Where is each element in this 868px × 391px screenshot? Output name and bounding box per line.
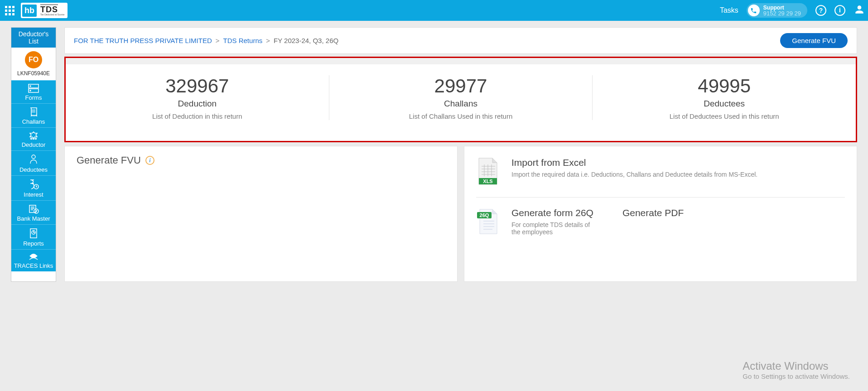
stat-value: 329967 — [66, 75, 329, 97]
form-26q-file-icon: 26Q — [476, 208, 501, 237]
apps-menu-icon[interactable] — [3, 4, 16, 17]
sidebar: Deductor's List FO LKNF05940E Forms Chal… — [11, 27, 56, 282]
tasks-link[interactable]: Tasks — [720, 6, 738, 14]
breadcrumb-section[interactable]: TDS Returns — [223, 37, 263, 44]
svg-point-7 — [32, 155, 35, 159]
stat-subtitle: List of Deduction in this return — [66, 112, 329, 120]
deductor-tan: LKNF05940E — [12, 70, 55, 77]
windows-activation-watermark: Activate Windows Go to Settings to activ… — [743, 360, 850, 380]
sidebar-item-label: Challans — [22, 118, 45, 125]
svg-point-3 — [30, 90, 31, 91]
svg-point-6 — [35, 138, 37, 140]
tds-tagline: Tax Deducted at Source — [40, 13, 64, 16]
generate-form-title: Generate form 26Q — [511, 208, 593, 218]
svg-text:26Q: 26Q — [480, 212, 489, 218]
sidebar-item-forms[interactable]: Forms — [11, 80, 56, 103]
svg-rect-9 — [29, 205, 36, 212]
stat-subtitle: List of Challans Used in this return — [329, 112, 593, 120]
current-deductor[interactable]: FO LKNF05940E — [11, 48, 56, 80]
import-title: Import from Excel — [511, 157, 757, 168]
breadcrumb-current: FY 2023-24, Q3, 26Q — [274, 37, 338, 44]
stat-value: 29977 — [329, 75, 593, 97]
sidebar-item-label: TRACES Links — [14, 262, 53, 269]
help-icon[interactable]: ? — [815, 5, 826, 16]
sidebar-item-reports[interactable]: Reports — [11, 224, 56, 249]
panel-title: Generate FVU — [77, 154, 141, 166]
hb-logo: hb — [22, 5, 37, 17]
sidebar-item-label: Deductor — [22, 141, 46, 148]
sidebar-item-deductor[interactable]: Deductor — [11, 127, 56, 150]
stat-title: Deduction — [66, 99, 329, 109]
sidebar-item-interest[interactable]: Interest — [11, 175, 56, 200]
sidebar-item-label: Forms — [25, 94, 42, 101]
stat-deductees[interactable]: 49995 Deductees List of Deductees Used i… — [592, 75, 856, 120]
breadcrumb-separator: > — [266, 37, 270, 44]
svg-point-4 — [31, 138, 32, 140]
stat-title: Challans — [329, 99, 593, 109]
tds-logo-block: TDS Tax Deducted at Source — [39, 5, 66, 16]
sidebar-item-traces-links[interactable]: TRACES Links — [11, 249, 56, 271]
xls-file-icon: XLS — [476, 157, 501, 187]
stat-subtitle: List of Deductees Used in this return — [593, 112, 856, 120]
generate-fvu-panel: Generate FVU i — [64, 146, 458, 282]
generate-pdf[interactable]: Generate PDF — [622, 208, 684, 218]
sidebar-item-bank-master[interactable]: Bank Master — [11, 200, 56, 224]
sidebar-item-label: Interest — [24, 191, 43, 198]
sidebar-item-label: Reports — [23, 240, 44, 247]
support-pill[interactable]: Support 9152 29 29 29 — [747, 3, 807, 18]
stat-challans[interactable]: 29977 Challans List of Challans Used in … — [329, 75, 593, 120]
svg-rect-11 — [30, 229, 37, 238]
sidebar-header[interactable]: Deductor's List — [11, 28, 56, 48]
import-from-excel[interactable]: XLS Import from Excel Import the require… — [476, 154, 845, 198]
top-right: Tasks Support 9152 29 29 29 ? i — [720, 3, 865, 18]
top-bar: hb TDS Tax Deducted at Source Tasks Supp… — [0, 0, 868, 21]
import-generate-panel: XLS Import from Excel Import the require… — [464, 146, 857, 282]
phone-icon — [748, 5, 760, 16]
app-logo[interactable]: hb TDS Tax Deducted at Source — [21, 3, 68, 18]
stats-row: 329967 Deduction List of Deduction in th… — [66, 64, 856, 141]
breadcrumb-row: FOR THE TRUTH PRESS PRIVATE LIMITED > TD… — [64, 27, 857, 54]
sidebar-item-label: Deductees — [19, 166, 48, 173]
svg-point-2 — [30, 86, 31, 87]
stat-value: 49995 — [593, 75, 856, 97]
breadcrumb-company[interactable]: FOR THE TRUTH PRESS PRIVATE LIMITED — [74, 37, 212, 44]
info-icon[interactable]: i — [145, 156, 154, 165]
stat-deduction[interactable]: 329967 Deduction List of Deduction in th… — [66, 75, 329, 120]
stat-title: Deductees — [593, 99, 856, 109]
support-label: Support — [763, 5, 801, 10]
sidebar-item-label: Bank Master — [17, 215, 50, 222]
generate-fvu-button[interactable]: Generate FVU — [780, 33, 848, 48]
sidebar-item-deductees[interactable]: Deductees — [11, 150, 56, 175]
highlight-annotation: 329967 Deduction List of Deduction in th… — [64, 57, 857, 142]
tds-logo: TDS — [40, 5, 58, 14]
info-icon[interactable]: i — [834, 5, 845, 16]
support-phone: 9152 29 29 29 — [763, 10, 801, 16]
import-subtitle: Import the required data i.e. Deductions… — [511, 171, 757, 178]
avatar: FO — [25, 51, 42, 68]
generate-form-26q[interactable]: Generate form 26Q For complete TDS detai… — [511, 208, 593, 236]
generate-form-subtitle: For complete TDS details of the employee… — [511, 221, 593, 236]
breadcrumb-separator: > — [216, 37, 220, 44]
sidebar-item-challans[interactable]: Challans — [11, 103, 56, 127]
user-icon[interactable] — [854, 4, 865, 17]
svg-text:XLS: XLS — [483, 179, 492, 184]
main-content: FOR THE TRUTH PRESS PRIVATE LIMITED > TD… — [64, 27, 857, 282]
